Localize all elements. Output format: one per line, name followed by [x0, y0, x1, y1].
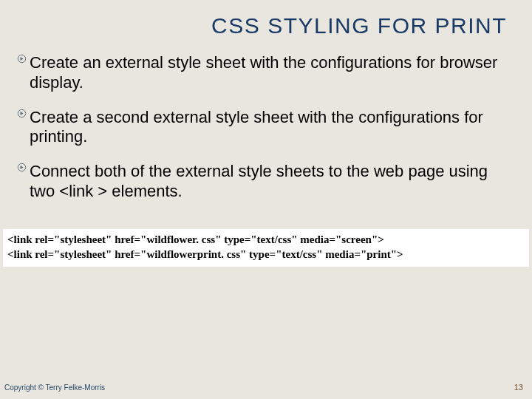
code-block: <link rel="stylesheet" href="wildflower.…: [3, 229, 529, 267]
bullet-marker-icon: [16, 53, 27, 64]
bullet-text: Create a second external style sheet wit…: [30, 108, 483, 146]
page-number: 13: [514, 383, 523, 392]
bullet-item: Create an external style sheet with the …: [16, 53, 511, 93]
copyright-text: Copyright © Terry Felke-Morris: [4, 383, 105, 392]
bullet-item: Connect both of the external style sheet…: [16, 162, 511, 202]
bullet-text: Create an external style sheet with the …: [30, 53, 497, 92]
code-line: <link rel="stylesheet" href="wildflowerp…: [7, 247, 525, 262]
bullet-item: Create a second external style sheet wit…: [16, 108, 511, 148]
bullet-text: Connect both of the external style sheet…: [30, 162, 488, 200]
code-line: <link rel="stylesheet" href="wildflower.…: [7, 232, 525, 247]
slide: CSS STYLING FOR PRINT Create an external…: [0, 0, 532, 399]
bullet-marker-icon: [16, 108, 27, 119]
slide-title: CSS STYLING FOR PRINT: [211, 13, 507, 38]
bullet-marker-icon: [16, 162, 27, 173]
content-area: Create an external style sheet with the …: [16, 53, 511, 216]
